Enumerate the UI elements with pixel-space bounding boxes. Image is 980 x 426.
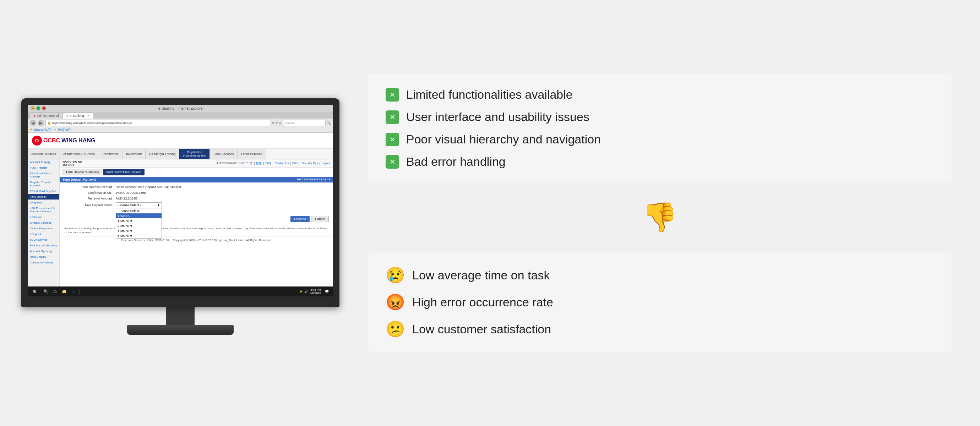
browser-bookmarks: ★ Intranet UAT ✓ RAO WFI bbox=[28, 127, 333, 132]
browser-action-icons: ★★⚙ bbox=[272, 121, 282, 125]
thumbs-down-emoji: 👎 bbox=[642, 200, 678, 234]
security-tips-link[interactable]: Security Tips bbox=[302, 162, 318, 165]
tab-estatement[interactable]: eStatement & eAdvice bbox=[60, 149, 99, 159]
search-icon[interactable]: 🔍 bbox=[327, 121, 331, 125]
sidebar-item-account-enquiry[interactable]: Account Enquiry bbox=[28, 159, 59, 165]
dropdown-display[interactable]: - Please Select - ▼ bbox=[116, 202, 162, 208]
monitor-screen: ─ □ ✕ e-Banking - Internet Explorer ● Ad… bbox=[28, 105, 333, 296]
option-2-month[interactable]: 2-MONTH bbox=[116, 223, 162, 228]
main-layout: Account Enquiry Fund Transfer FPS Small … bbox=[28, 159, 333, 292]
tab-investment[interactable]: Investment bbox=[123, 149, 146, 159]
taskbar-date: 4/8/2020 bbox=[310, 291, 321, 295]
sidebar-item-epayment[interactable]: ePayment bbox=[28, 200, 59, 205]
issue-text-2: User interface and usability issues bbox=[406, 110, 589, 124]
monitor-stand-base bbox=[127, 325, 234, 335]
restore-button[interactable]: □ bbox=[36, 106, 40, 110]
back-button[interactable]: ◀ bbox=[30, 120, 36, 126]
search-bar[interactable]: Search... bbox=[283, 120, 326, 126]
forward-button[interactable]: ▶ bbox=[38, 120, 44, 126]
metric-emoji-3: 😕 bbox=[386, 320, 405, 338]
value-account: Smart Account Time Deposit AUD 141043-83… bbox=[116, 185, 181, 189]
option-1-week[interactable]: 1-WEEK bbox=[116, 213, 162, 218]
address-bar[interactable]: 🔒 https://ebanking.ocbcwhhk.com/jsp/chs/… bbox=[45, 120, 270, 126]
contact-link[interactable]: Contact Us bbox=[274, 162, 289, 165]
tenor-dropdown[interactable]: - Please Select - ▼ - Please Select - 1-… bbox=[116, 202, 162, 208]
browser-titlebar: ─ □ ✕ e-Banking - Internet Explorer bbox=[28, 105, 333, 112]
minimize-button[interactable]: ─ bbox=[30, 106, 35, 110]
footer-copyright: Copyright © 2008 – 2014 OCBC Wing Hang B… bbox=[173, 238, 272, 242]
bookmark-intranet[interactable]: ★ Intranet UAT bbox=[30, 128, 51, 131]
monitor-wrapper: ─ □ ✕ e-Banking - Internet Explorer ● Ad… bbox=[21, 99, 339, 335]
print-link[interactable]: Print bbox=[292, 162, 298, 165]
sidebar-item-fcy-gold[interactable]: FCY & Gold Buy/Sell bbox=[28, 189, 59, 194]
sidebar-item-time-deposit[interactable]: Time Deposit bbox=[28, 194, 59, 200]
issue-icon-1: ✕ bbox=[386, 88, 399, 102]
sub-tab-summary[interactable]: Time Deposit Summary bbox=[62, 169, 102, 175]
sidebar-item-edeposit[interactable]: eDeposit bbox=[28, 232, 59, 237]
value-confirmation: WDAUDF000415198 bbox=[116, 191, 146, 194]
option-1-month[interactable]: 1-MONTH bbox=[116, 218, 162, 223]
issue-item-3: ✕ Poor visual hierarchy and navigation bbox=[386, 132, 934, 146]
sidebar-item-fps-small[interactable]: FPS Small Value Transfer bbox=[28, 171, 59, 180]
sidebar-item-edda[interactable]: eDDA Service bbox=[28, 237, 59, 243]
monitor-stand-neck bbox=[166, 307, 194, 325]
page-content: O OCBC WING HANG Account Services eState… bbox=[28, 133, 333, 292]
taskbar-search-icon[interactable]: 🔍 bbox=[42, 288, 49, 295]
metric-item-2: 😡 High error occurrence rate bbox=[386, 293, 934, 312]
sidebar-item-cheque[interactable]: Cheque Services bbox=[28, 220, 59, 226]
sidebar-item-echeque[interactable]: e-Cheque bbox=[28, 215, 59, 220]
footer-hotline: Customer Services Hotline 3199-0188 bbox=[121, 238, 169, 242]
option-6-month[interactable]: 6-MONTH bbox=[116, 233, 162, 238]
sidebar-item-register-transfer[interactable]: Register Transfer Account bbox=[28, 180, 59, 189]
close-button[interactable]: ✕ bbox=[42, 106, 46, 110]
form-buttons: Proceed Cancel bbox=[64, 216, 329, 222]
metric-item-1: 😢 Low average time on task bbox=[386, 266, 934, 285]
taskbar-ie-icon[interactable]: e bbox=[70, 288, 77, 295]
tab-admin-terminal[interactable]: ● Admin Terminal bbox=[30, 113, 63, 119]
taskbar-notification-icon[interactable]: 💬 bbox=[323, 288, 330, 295]
wing-hang-brand-text: WING HANG bbox=[61, 137, 95, 144]
window-controls: ─ □ ✕ bbox=[30, 106, 46, 110]
sub-tab-setup[interactable]: Setup New Time Deposit bbox=[103, 169, 145, 175]
taskbar-cortana-icon[interactable]: ⬡ bbox=[51, 288, 59, 295]
tab-other-services[interactable]: Other Services bbox=[237, 149, 266, 159]
sidebar: Account Enquiry Fund Transfer FPS Small … bbox=[28, 159, 60, 292]
faq-link[interactable]: FAQ bbox=[265, 162, 271, 165]
tab-remittance[interactable]: Remittance bbox=[99, 149, 123, 159]
sidebar-item-online-req[interactable]: Online Requisition bbox=[28, 226, 59, 232]
taskbar-folder-icon[interactable]: 📁 bbox=[61, 288, 68, 295]
sidebar-item-fund-transfer[interactable]: Fund Transfer bbox=[28, 165, 59, 171]
tab-registration[interactable]: Registrationof Scheme $6,000 bbox=[179, 149, 210, 159]
tab-account-services[interactable]: Account Services bbox=[28, 149, 60, 159]
sidebar-item-rate-enquiry[interactable]: Rate Enquiry bbox=[28, 254, 59, 260]
sidebar-item-ebill[interactable]: eBill Presentment & Payment Service bbox=[28, 205, 59, 215]
time-deposit-sub-tabs: Time Deposit Summary Setup New Time Depo… bbox=[60, 168, 333, 177]
sidebar-item-fps-binding[interactable]: FPS Account Binding bbox=[28, 243, 59, 248]
tab-loan-services[interactable]: Loan Services bbox=[210, 149, 237, 159]
metric-item-3: 😕 Low customer satisfaction bbox=[386, 320, 934, 338]
taskbar-time: 4:43 PM bbox=[310, 288, 321, 291]
option-please-select[interactable]: - Please Select - bbox=[116, 208, 162, 213]
browser-nav: ◀ ▶ 🔒 https://ebanking.ocbcwhhk.com/jsp/… bbox=[28, 119, 333, 127]
bookmark-rao-wfi[interactable]: ✓ RAO WFI bbox=[54, 128, 72, 131]
cancel-button[interactable]: Cancel bbox=[311, 216, 329, 222]
window-title: e-Banking - Internet Explorer bbox=[158, 106, 204, 110]
content-area: WONG SIU NG JOHNNY HKT 2020/04/08 18:43:… bbox=[60, 159, 333, 292]
metric-text-3: Low customer satisfaction bbox=[412, 322, 551, 336]
taskbar-start-button[interactable]: ⊞ bbox=[30, 288, 38, 295]
ocbc-logo: O OCBC WING HANG bbox=[32, 136, 95, 146]
monitor-bezel: ─ □ ✕ e-Banking - Internet Explorer ● Ad… bbox=[21, 99, 339, 307]
option-3-month[interactable]: 3-MONTH bbox=[116, 228, 162, 233]
sidebar-item-transaction-status[interactable]: Transaction Status bbox=[28, 260, 59, 265]
label-account: Time Deposit Account : bbox=[64, 185, 114, 189]
issue-icon-2: ✕ bbox=[386, 110, 399, 124]
lang-trad[interactable]: 繁 bbox=[250, 162, 253, 165]
right-panel: ✕ Limited functionalities available ✕ Us… bbox=[339, 52, 980, 374]
tab-ebanking[interactable]: e e-Banking ✕ bbox=[63, 113, 94, 119]
tab-fx-margin[interactable]: FX Margin Trading bbox=[146, 149, 179, 159]
sidebar-item-account-opening[interactable]: Account Opening bbox=[28, 248, 59, 254]
proceed-button[interactable]: Proceed bbox=[290, 216, 310, 222]
logout-link[interactable]: Logout bbox=[322, 162, 330, 165]
lang-simp[interactable]: 简体 bbox=[256, 162, 262, 165]
taskbar-separator-2 bbox=[79, 289, 80, 294]
